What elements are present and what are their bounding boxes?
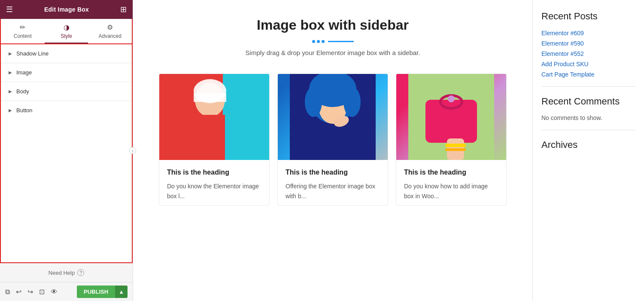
content-tab-icon: ✏	[20, 23, 25, 31]
archives-title: Archives	[541, 139, 635, 151]
card-2: This is the heading Offering the Element…	[277, 74, 388, 206]
style-tab-label: Style	[61, 33, 72, 39]
sidebar-link-1[interactable]: Elementor #609	[541, 30, 635, 37]
sidebar-link-2[interactable]: Elementor #590	[541, 40, 635, 47]
resize-handle[interactable]: ‹	[129, 147, 136, 154]
recent-posts-title: Recent Posts	[541, 10, 635, 23]
svg-point-12	[343, 87, 361, 117]
svg-point-17	[448, 95, 455, 102]
bottom-bar: ⧉ ↩ ↪ ⊡ 👁 PUBLISH ▲	[0, 282, 133, 301]
arrow-icon: ▶	[9, 89, 12, 94]
advanced-tab-icon: ⚙	[107, 23, 113, 31]
card-3-text: Do you know how to add image box in Woo.…	[404, 181, 498, 201]
layers-icon[interactable]: ⧉	[5, 288, 10, 296]
left-panel: ☰ Edit Image Box ⊞ ✏ Content ◑ Style ⚙ A…	[0, 0, 133, 301]
accordion-container: ▶ Shadow Line ▶ Image ▶ Body ▶ Button	[0, 44, 133, 263]
accordion-body[interactable]: ▶ Body	[1, 82, 132, 101]
undo-icon[interactable]: ↩	[16, 288, 21, 296]
dot-line	[328, 41, 354, 42]
sidebar-divider-1	[541, 86, 635, 87]
content-tab-label: Content	[14, 33, 32, 39]
dot-2	[317, 40, 320, 43]
svg-point-11	[305, 87, 322, 117]
card-1-body: This is the heading Do you know the Elem…	[159, 160, 269, 205]
arrow-icon: ▶	[9, 51, 12, 56]
sidebar-link-5[interactable]: Cart Page Template	[541, 71, 635, 78]
help-circle-icon: ?	[77, 269, 84, 276]
eye-icon[interactable]: 👁	[51, 288, 58, 296]
card-3-title: This is the heading	[404, 168, 498, 177]
card-3: This is the heading Do you know how to a…	[396, 74, 507, 206]
tab-style[interactable]: ◑ Style	[45, 19, 88, 43]
card-2-body: This is the heading Offering the Element…	[278, 160, 388, 205]
arrow-icon: ▶	[9, 108, 12, 113]
card-1-title: This is the heading	[167, 168, 261, 177]
tabs-row: ✏ Content ◑ Style ⚙ Advanced	[0, 19, 133, 44]
tab-content[interactable]: ✏ Content	[1, 19, 45, 43]
publish-group: PUBLISH ▲	[77, 286, 128, 298]
accordion-label: Shadow Line	[16, 50, 49, 57]
publish-button[interactable]: PUBLISH	[77, 286, 115, 298]
sidebar-link-4[interactable]: Add Product SKU	[541, 61, 635, 68]
card-1-text: Do you know the Elementor image box l...	[167, 181, 261, 201]
card-2-title: This is the heading	[286, 168, 380, 177]
grid-icon[interactable]: ⊞	[120, 5, 127, 14]
bottom-icons-group: ⧉ ↩ ↪ ⊡ 👁	[5, 288, 58, 296]
accordion-image[interactable]: ▶ Image	[1, 63, 132, 82]
arrow-icon: ▶	[9, 70, 12, 75]
svg-rect-19	[445, 144, 466, 147]
need-help-label: Need Help	[49, 270, 75, 276]
accordion-label: Body	[16, 88, 29, 95]
accordion-label: Image	[16, 69, 32, 76]
advanced-tab-label: Advanced	[98, 33, 121, 39]
cards-grid: This is the heading Do you know the Elem…	[159, 74, 507, 206]
publish-dropdown-button[interactable]: ▲	[115, 286, 128, 298]
dot-3	[322, 40, 325, 43]
card-3-image	[396, 74, 506, 160]
accordion-shadow-line[interactable]: ▶ Shadow Line	[1, 44, 132, 63]
dot-1	[312, 40, 315, 43]
grid-view-icon[interactable]: ⊡	[39, 288, 45, 296]
redo-icon[interactable]: ↪	[27, 288, 33, 296]
card-2-image	[278, 74, 388, 160]
no-comments-text: No comments to show.	[541, 114, 635, 121]
card-3-body: This is the heading Do you know how to a…	[396, 160, 506, 205]
sidebar-link-3[interactable]: Elementor #552	[541, 50, 635, 57]
right-sidebar: Recent Posts Elementor #609 Elementor #5…	[532, 0, 644, 301]
divider-dots	[159, 40, 507, 43]
accordion-button[interactable]: ▶ Button	[1, 101, 132, 120]
page-subtitle: Simply drag & drop your Elementor image …	[159, 49, 507, 56]
panel-title: Edit Image Box	[44, 6, 89, 13]
tab-advanced[interactable]: ⚙ Advanced	[88, 19, 132, 43]
svg-rect-5	[194, 93, 226, 102]
svg-rect-3	[195, 115, 225, 160]
accordion-label: Button	[16, 107, 33, 114]
svg-rect-15	[425, 100, 477, 143]
card-1: This is the heading Do you know the Elem…	[159, 74, 270, 206]
card-2-text: Offering the Elementor image box with b.…	[286, 181, 380, 201]
main-content: Image box with sidebar Simply drag & dro…	[133, 0, 532, 301]
hamburger-icon[interactable]: ☰	[6, 5, 13, 14]
page-heading: Image box with sidebar	[159, 17, 507, 33]
recent-comments-title: Recent Comments	[541, 95, 635, 108]
style-tab-icon: ◑	[64, 23, 70, 31]
card-1-image	[159, 74, 269, 160]
sidebar-divider-2	[541, 130, 635, 130]
need-help-section[interactable]: Need Help ?	[0, 263, 133, 282]
svg-rect-20	[445, 148, 466, 151]
panel-header: ☰ Edit Image Box ⊞	[0, 0, 133, 19]
